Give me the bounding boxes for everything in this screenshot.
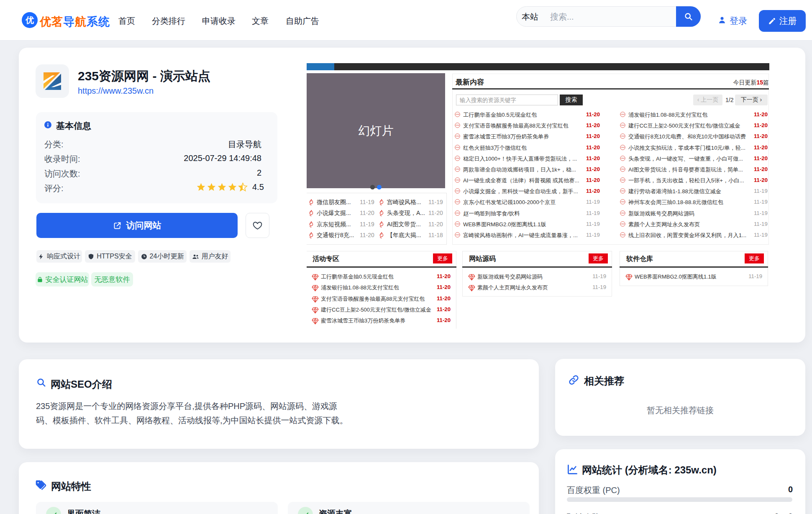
svg-text:new: new [621, 212, 625, 214]
svg-text:new: new [456, 168, 459, 170]
svg-text:new: new [621, 157, 625, 159]
svg-text:new: new [456, 157, 459, 159]
svg-text:new: new [456, 136, 459, 138]
svg-text:new: new [456, 113, 459, 115]
svg-text:new: new [456, 124, 459, 126]
svg-text:new: new [456, 146, 459, 148]
svg-text:new: new [456, 201, 459, 203]
svg-text:new: new [456, 212, 459, 214]
svg-text:new: new [456, 190, 459, 192]
svg-text:new: new [621, 190, 625, 192]
svg-text:new: new [621, 223, 625, 225]
svg-text:new: new [456, 223, 459, 225]
svg-text:new: new [621, 234, 625, 236]
svg-text:new: new [456, 179, 459, 181]
svg-text:new: new [621, 113, 625, 115]
svg-text:new: new [456, 234, 459, 236]
svg-text:new: new [621, 179, 625, 181]
svg-text:new: new [621, 168, 625, 170]
svg-text:new: new [621, 201, 625, 203]
svg-text:new: new [621, 136, 625, 138]
svg-text:new: new [621, 124, 625, 126]
svg-text:new: new [621, 146, 625, 148]
